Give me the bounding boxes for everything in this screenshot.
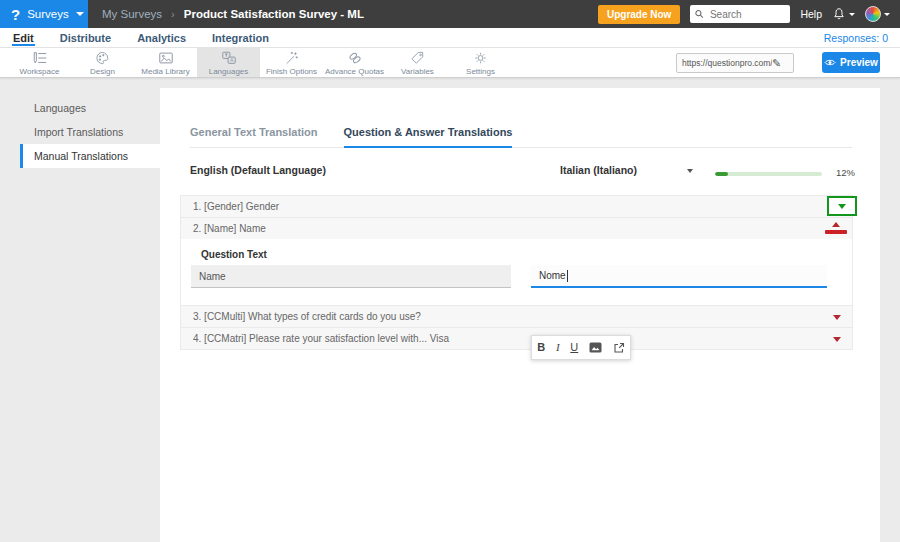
sidebar-item-import-translations[interactable]: Import Translations	[20, 120, 160, 144]
question-expanded-editor: Question Text Name Nome B I U	[180, 239, 853, 306]
top-bar: ? Surveys My Surveys › Product Satisfact…	[0, 0, 900, 28]
search-icon	[695, 9, 704, 19]
ribbon-workspace[interactable]: Workspace	[8, 48, 71, 77]
translation-text-input[interactable]: Nome	[531, 265, 827, 288]
ribbon-settings[interactable]: Settings	[449, 48, 512, 77]
ribbon-media-library[interactable]: Media Library	[134, 48, 197, 77]
main-nav: Edit Distribute Analytics Integration Re…	[0, 28, 900, 48]
account-menu[interactable]	[865, 6, 890, 22]
breadcrumb-my-surveys[interactable]: My Surveys	[102, 8, 162, 20]
insert-image-button[interactable]	[589, 342, 602, 353]
eye-icon	[824, 58, 836, 67]
edit-url-icon[interactable]: ✎	[772, 58, 781, 69]
highlight-box	[827, 196, 857, 216]
magic-wand-icon	[283, 50, 300, 66]
italic-button[interactable]: I	[556, 342, 560, 353]
formatting-toolbar: B I U	[531, 335, 631, 360]
share-url-field[interactable]: https://questionpro.com/t/AW22Zd1S1 ✎	[676, 53, 794, 73]
svg-text:A: A	[229, 56, 233, 62]
insert-link-button[interactable]	[613, 342, 625, 354]
sidebar-item-manual-translations[interactable]: Manual Translations	[20, 144, 160, 168]
chain-links-icon	[346, 50, 364, 66]
nav-integration[interactable]: Integration	[211, 29, 270, 46]
workspace-icon	[31, 50, 49, 66]
question-row-gender[interactable]: 1. [Gender] Gender	[180, 195, 853, 218]
search-input[interactable]	[708, 8, 785, 21]
question-row-ccmatri[interactable]: 4. [CCMatri] Please rate your satisfacti…	[180, 327, 853, 350]
question-list: 1. [Gender] Gender 2. [Name] Name Questi…	[180, 195, 853, 350]
bold-button[interactable]: B	[537, 342, 545, 353]
translations-sidebar: Languages Import Translations Manual Tra…	[20, 96, 160, 168]
sidebar-item-languages[interactable]: Languages	[20, 96, 160, 120]
chevron-down-icon	[76, 12, 84, 16]
image-icon	[589, 342, 602, 353]
translation-tabs: General Text Translation Question & Answ…	[190, 126, 852, 148]
expand-caret-icon[interactable]	[833, 337, 841, 342]
ribbon-variables[interactable]: Variables	[386, 48, 449, 77]
chevron-down-icon	[849, 13, 855, 16]
global-search[interactable]	[690, 5, 790, 23]
nav-distribute[interactable]: Distribute	[59, 29, 112, 46]
tab-question-answer-translations[interactable]: Question & Answer Translations	[344, 126, 513, 148]
preview-label: Preview	[840, 57, 878, 68]
progress-fill	[715, 172, 728, 176]
questionpro-logo: ?	[11, 7, 20, 22]
expand-caret-icon[interactable]	[833, 315, 841, 320]
underline-button[interactable]: U	[570, 342, 578, 353]
question-row-label: 1. [Gender] Gender	[193, 201, 279, 212]
ribbon-advance-quotas[interactable]: Advance Quotas	[323, 48, 386, 77]
text-cursor	[567, 270, 568, 282]
image-icon	[157, 50, 175, 66]
question-row-name[interactable]: 2. [Name] Name	[180, 217, 853, 240]
progress-percent-label: 12%	[836, 167, 855, 178]
share-url-text: https://questionpro.com/t/AW22Zd1S1	[677, 58, 772, 68]
translate-icon: A	[220, 50, 238, 66]
target-language-caret-icon[interactable]	[687, 169, 693, 173]
preview-button[interactable]: Preview	[822, 52, 880, 73]
gear-icon	[472, 50, 489, 66]
question-row-ccmulti[interactable]: 3. [CCMulti] What types of credit cards …	[180, 305, 853, 328]
tag-icon	[409, 50, 426, 66]
translation-progress	[715, 172, 822, 176]
question-row-label: 3. [CCMulti] What types of credit cards …	[193, 311, 421, 322]
breadcrumb-separator: ›	[171, 8, 175, 20]
question-row-label: 4. [CCMatri] Please rate your satisfacti…	[193, 333, 449, 344]
notifications-menu[interactable]	[832, 7, 855, 21]
palette-icon	[94, 50, 111, 66]
ribbon-languages[interactable]: A Languages	[197, 48, 260, 77]
survey-title: Product Satisfaction Survey - ML	[184, 8, 364, 20]
bell-icon	[832, 7, 846, 21]
upgrade-now-button[interactable]: Upgrade Now	[598, 5, 680, 24]
target-language-select[interactable]: Italian (Italiano)	[560, 164, 637, 176]
responses-count[interactable]: Responses: 0	[824, 32, 900, 44]
ribbon-design[interactable]: Design	[71, 48, 134, 77]
chevron-down-icon	[884, 13, 890, 16]
source-language-label: English (Default Language)	[190, 164, 326, 176]
red-marker-bar	[825, 230, 847, 234]
external-link-icon	[613, 342, 625, 354]
source-text-field: Name	[191, 265, 511, 288]
collapse-caret-icon[interactable]	[832, 222, 840, 227]
ribbon-finish-options[interactable]: Finish Options	[260, 48, 323, 77]
question-row-label: 2. [Name] Name	[193, 223, 266, 234]
manual-translations-panel: General Text Translation Question & Answ…	[160, 88, 880, 542]
product-menu-label: Surveys	[27, 8, 69, 20]
question-text-label: Question Text	[201, 249, 267, 260]
help-link[interactable]: Help	[800, 8, 822, 20]
nav-analytics[interactable]: Analytics	[136, 29, 187, 46]
nav-edit[interactable]: Edit	[12, 29, 35, 46]
avatar	[865, 6, 881, 22]
tab-general-text-translation[interactable]: General Text Translation	[190, 126, 318, 147]
expand-caret-icon[interactable]	[838, 204, 846, 209]
product-menu[interactable]: ? Surveys	[0, 0, 88, 28]
